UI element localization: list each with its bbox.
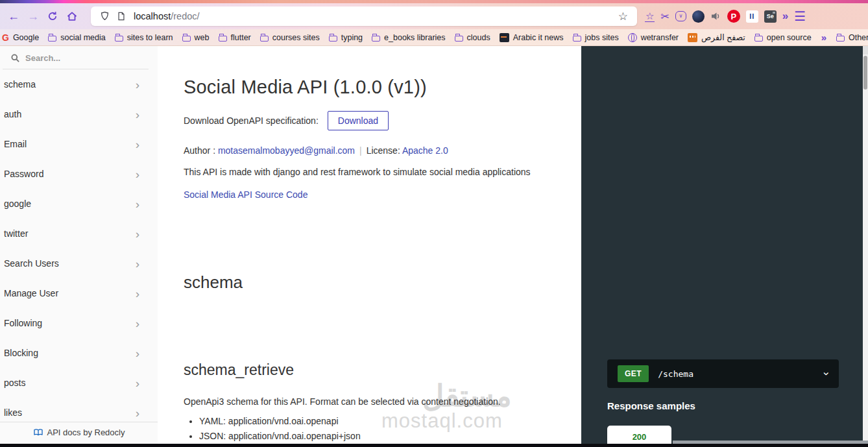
separator-pipe: | [359,145,362,156]
sidebar-item-email[interactable]: Email› [0,129,158,159]
format-item-json: JSON: application/vnd.oai.openapi+json [199,431,581,441]
sidebar-item-search-users[interactable]: Search Users› [0,248,158,278]
bookmark-folder-courses-sites[interactable]: courses sites [256,33,324,42]
download-spec-label: Download OpenAPI specification: [184,115,319,126]
scrollbar-up-button[interactable] [863,46,868,54]
bookmark-folder-clouds[interactable]: clouds [450,33,495,42]
search-input[interactable]: Search... [3,46,149,69]
folder-icon [836,36,845,42]
chevron-right-icon: › [136,347,139,359]
bookmark-star-icon[interactable]: ☆ [614,10,632,23]
chevron-down-icon: › [820,372,833,376]
bookmark-label: e_books libraries [384,33,446,42]
sidebar-item-schema[interactable]: schema› [0,69,158,99]
bookmark-wetransfer[interactable]: wetransfer [623,33,683,42]
bookmark-label: flutter [231,33,251,42]
sidebar-item-blocking[interactable]: Blocking› [0,338,158,368]
url-text[interactable]: localhost/redoc/ [134,11,614,21]
scrollbar-thumb[interactable] [863,56,867,90]
chevron-right-icon: › [136,79,139,91]
chevron-right-icon: › [136,168,139,180]
bookmarks-overflow-chevron-icon[interactable]: » [816,32,832,43]
sidebar-item-posts[interactable]: posts› [0,368,158,398]
taskbar-edge [0,444,868,447]
bookmark-folder-ebooks-libraries[interactable]: e_books libraries [367,33,450,42]
home-icon[interactable] [62,6,82,26]
bookmark-label: jobs sites [585,33,619,42]
download-button[interactable]: Download [328,111,389,130]
reload-icon[interactable] [43,6,62,26]
folder-icon [329,36,337,42]
back-icon[interactable]: ← [4,6,23,26]
toolbar-overflow-chevron-icon[interactable]: » [782,10,788,23]
bookmark-folder-typing[interactable]: typing [324,33,367,42]
author-label: Author : [184,145,215,156]
sidebar-item-label: Following [4,318,42,328]
page-info-icon[interactable] [113,11,130,21]
redoc-right-panel: GET /schema › Response samples 200 [581,46,863,447]
chevron-right-icon: › [136,258,139,270]
sidebar-item-password[interactable]: Password› [0,159,158,189]
pocket-icon[interactable]: ∨ [675,11,686,21]
forward-icon[interactable]: → [23,6,43,26]
bookmark-folder-open-source[interactable]: open source [750,33,816,42]
bookmark-folder-social-media[interactable]: social media [43,33,110,42]
source-code-link[interactable]: Social Media API Source Code [184,189,307,200]
bookmark-label: Arabic it news [513,33,564,42]
bookmark-label: web [195,33,210,42]
bookmarks-bar: GGoogle social media sites to learn web … [0,29,868,46]
redocly-footer-link[interactable]: API docs by Redocly [0,422,158,444]
endpoint-dropdown[interactable]: GET /schema › [607,359,839,388]
volume-icon[interactable] [710,11,721,21]
sidebar-item-label: schema [4,79,36,90]
license-label: License: [367,145,400,156]
save-to-collection-icon[interactable]: ☆ [645,11,655,22]
menu-hamburger-icon[interactable]: ☰ [794,8,811,24]
chevron-right-icon: › [136,138,139,151]
extension-ii-icon[interactable]: II [746,10,758,23]
selenium-ide-icon[interactable]: Se [764,10,777,23]
endpoint-path: /schema [658,369,693,379]
url-bar[interactable]: localhost/redoc/ ☆ [91,6,637,26]
page-scrollbar[interactable] [863,46,868,447]
bookmark-tasafah-alforas[interactable]: تصفح الفرص [683,32,750,42]
redocly-footer-label: API docs by Redocly [47,428,125,437]
sidebar-item-manage-user[interactable]: Manage User› [0,278,158,308]
folder-icon [754,36,763,42]
pinterest-icon[interactable]: P [727,10,740,23]
sidebar-item-twitter[interactable]: twitter› [0,219,158,248]
folder-icon [219,36,227,42]
bookmark-google[interactable]: GGoogle [0,32,43,43]
operation-heading-schema-retrieve: schema_retrieve [184,361,581,379]
sidebar-item-auth[interactable]: auth› [0,99,158,129]
selenium-label: Se [767,13,774,19]
operation-description: OpenApi3 schema for this API. Format can… [184,396,581,407]
author-license-row: Author : motasemalmobayyed@gmail.com|Lic… [184,145,581,156]
watermark-arabic: مستقل [422,378,512,413]
license-link[interactable]: Apache 2.0 [402,145,448,156]
sidebar-item-google[interactable]: google› [0,189,158,219]
screenshot-scissors-icon[interactable]: ✂ [660,10,669,23]
bookmark-folder-flutter[interactable]: flutter [214,33,256,42]
folder-icon [48,36,56,42]
chevron-right-icon: › [136,407,139,419]
sidebar-item-label: likes [4,407,22,418]
navigation-toolbar: ← → localhost/redoc/ ☆ ☆ ✂ ∨ P [0,3,868,29]
folder-icon [260,36,269,42]
api-doc-main: مستقل mostaql.com Social Media API (1.0.… [158,46,581,447]
author-email-link[interactable]: motasemalmobayyed@gmail.com [218,145,355,156]
bookmark-folder-other-bookmarks[interactable]: Other Bookmarks [832,33,868,42]
format-item-yaml: YAML: application/vnd.oai.openapi [199,416,581,426]
bookmark-folder-jobs-sites[interactable]: jobs sites [568,33,623,42]
search-placeholder: Search... [25,53,60,63]
bookmark-arabic-it-news[interactable]: Arabic it news [495,33,568,42]
shield-icon[interactable] [96,11,113,21]
bookmark-label: Other Bookmarks [849,33,868,42]
extension-globe-icon[interactable] [692,10,705,23]
sidebar-item-label: twitter [4,228,28,239]
sidebar-item-label: Manage User [4,288,58,298]
bookmark-folder-web[interactable]: web [178,33,214,42]
sidebar-item-following[interactable]: Following› [0,308,158,338]
bookmark-folder-sites-to-learn[interactable]: sites to learn [110,33,178,42]
url-path: /redoc/ [171,11,199,21]
